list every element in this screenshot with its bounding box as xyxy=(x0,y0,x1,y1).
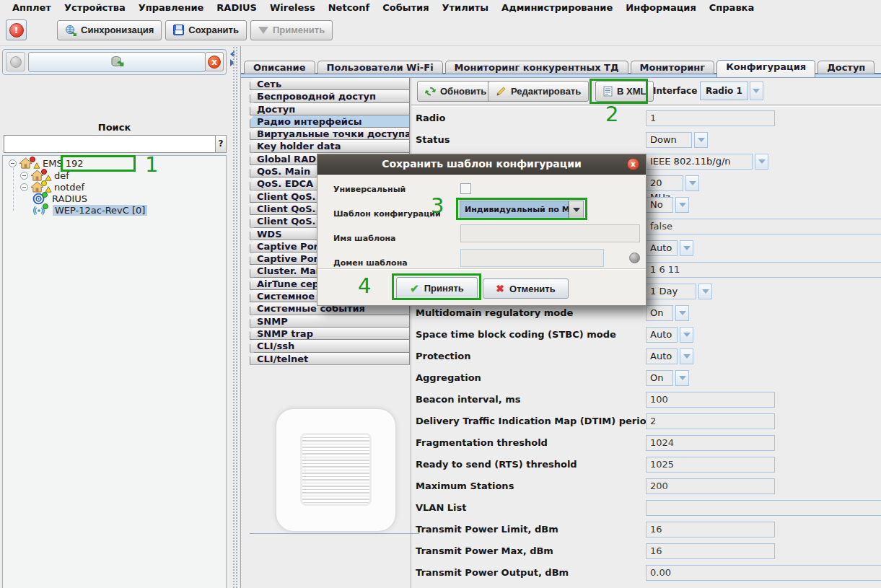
interface-select[interactable]: Radio 1 xyxy=(700,82,763,100)
alarm-button[interactable]: ! xyxy=(6,19,27,40)
nav-network[interactable]: Сеть xyxy=(250,77,410,90)
interface-value: Radio 1 xyxy=(700,82,748,100)
tree-node-radius[interactable]: RADIUS xyxy=(32,193,87,205)
menu-events[interactable]: События xyxy=(376,1,435,14)
wide-field[interactable]: false xyxy=(646,219,881,234)
device-photo xyxy=(276,409,395,531)
menu-utilities[interactable]: Утилиты xyxy=(436,1,496,14)
chevron-down-icon[interactable] xyxy=(680,327,693,343)
refresh-button[interactable]: Обновить xyxy=(417,81,494,102)
panel-splitter[interactable] xyxy=(229,46,240,588)
nav-cli-telnet[interactable]: CLI/telnet xyxy=(250,352,410,365)
menu-help[interactable]: Справка xyxy=(703,1,761,14)
nav-virtual-access-points[interactable]: Виртуальные точки доступа xyxy=(250,127,410,140)
tree-back-button[interactable] xyxy=(6,52,25,71)
menu-devices[interactable]: Устройства xyxy=(58,1,132,14)
tx-limit-field[interactable]: 16 xyxy=(646,522,775,537)
annotation-number-2: 2 xyxy=(605,104,618,125)
apply-button[interactable]: Применить xyxy=(250,20,333,40)
tree-refresh-button[interactable] xyxy=(28,52,206,72)
device-tree-panel: x Поиск ? EMS 192 xyxy=(0,46,229,588)
chevron-down-icon[interactable] xyxy=(675,305,689,321)
field-label: VLAN List xyxy=(416,500,467,516)
nav-snmp-trap[interactable]: SNMP trap xyxy=(250,327,410,340)
cross-icon: ✖ xyxy=(496,283,504,294)
radio-field[interactable]: 1 xyxy=(646,110,775,126)
menu-wireless[interactable]: Wireless xyxy=(263,1,322,14)
chevron-down-icon[interactable] xyxy=(675,370,689,386)
search-help-button[interactable]: ? xyxy=(215,135,227,153)
protection-select[interactable]: Auto xyxy=(646,348,693,364)
edit-button[interactable]: Редактировать xyxy=(488,81,589,102)
tx-max-field[interactable]: 16 xyxy=(646,543,775,559)
save-button[interactable]: Сохранить xyxy=(165,20,247,40)
database-sync-icon xyxy=(110,56,124,69)
chevron-down-icon[interactable] xyxy=(675,197,689,213)
status-select[interactable]: Down xyxy=(646,132,708,148)
splitter-grip[interactable] xyxy=(232,46,239,588)
tab-wifi-users[interactable]: Пользователи Wi-Fi xyxy=(317,61,443,74)
rts-field[interactable]: 1025 xyxy=(646,457,775,473)
max-stations-field[interactable]: 200 xyxy=(646,478,775,494)
menu-applet[interactable]: Апплет xyxy=(6,1,58,14)
main-panel: Описание Пользователи Wi-Fi Мониторинг к… xyxy=(240,46,881,588)
search-input[interactable] xyxy=(4,135,216,153)
tab-monitoring[interactable]: Мониторинг xyxy=(631,61,715,74)
combo-value: Auto xyxy=(646,348,678,364)
fragmentation-field[interactable]: 1024 xyxy=(646,435,775,451)
mode-select[interactable]: IEEE 802.11b/g/n xyxy=(646,154,768,170)
menu-netconf[interactable]: Netconf xyxy=(322,1,376,14)
dialog-titlebar[interactable]: Сохранить шаблон конфигурации x xyxy=(317,154,646,175)
expand-handle-icon[interactable] xyxy=(20,183,28,191)
chevron-down-icon[interactable] xyxy=(755,154,768,170)
expand-handle-icon[interactable] xyxy=(9,159,17,167)
dialog-separator xyxy=(317,268,646,270)
menu-radius[interactable]: RADIUS xyxy=(210,1,263,14)
no-select[interactable]: No xyxy=(646,197,689,213)
chevron-down-icon[interactable] xyxy=(750,82,763,100)
chevron-down-icon[interactable] xyxy=(680,348,693,364)
chevron-down-icon[interactable] xyxy=(685,175,699,191)
tx-output-field[interactable]: 0.00 xyxy=(646,565,881,581)
domain-picker-icon[interactable] xyxy=(629,253,640,263)
menu-administration[interactable]: Администрирование xyxy=(495,1,619,14)
period-select[interactable]: 1 Day xyxy=(646,284,712,299)
nav-access[interactable]: Доступ xyxy=(250,102,410,115)
tree-node-wep[interactable]: WEP-12ac-RevC [0] xyxy=(32,204,147,216)
tree-node-label: notdef xyxy=(54,182,84,193)
beacon-field[interactable]: 100 xyxy=(646,392,775,408)
tree-close-button[interactable]: x xyxy=(205,52,224,71)
tab-configuration[interactable]: Конфигурация xyxy=(716,60,815,77)
dialog-close-button[interactable]: x xyxy=(627,158,639,170)
wide-field[interactable]: 1 6 11 xyxy=(646,262,881,278)
universal-checkbox[interactable] xyxy=(460,183,471,194)
nav-key-holder-data[interactable]: Key holder data xyxy=(250,139,410,152)
nav-snmp[interactable]: SNMP xyxy=(250,315,410,328)
multidomain-select[interactable]: On xyxy=(646,305,689,321)
bandwidth-select[interactable]: 20 MHz xyxy=(646,175,699,191)
auto-select[interactable]: Auto xyxy=(646,240,693,256)
tab-description[interactable]: Описание xyxy=(244,61,315,74)
dtim-field[interactable]: 2 xyxy=(646,413,775,429)
aggregation-select[interactable]: On xyxy=(646,370,689,386)
nav-wireless-access[interactable]: Беспроводной доступ xyxy=(250,89,410,102)
menu-management[interactable]: Управление xyxy=(132,1,211,14)
nav-radio-interfaces[interactable]: Радио интерфейсы xyxy=(250,115,410,128)
expand-handle-icon[interactable] xyxy=(20,172,28,180)
tab-rogue-ap-monitoring[interactable]: Мониторинг конкурентных ТД xyxy=(445,61,628,74)
sync-button[interactable]: Синхронизация xyxy=(57,20,162,40)
menu-information[interactable]: Информация xyxy=(619,1,703,14)
chevron-down-icon[interactable] xyxy=(680,240,693,256)
chevron-down-icon[interactable] xyxy=(698,284,712,299)
annotation-number-1: 1 xyxy=(145,154,158,175)
template-domain-input[interactable] xyxy=(460,249,604,267)
template-name-input[interactable] xyxy=(460,224,640,242)
tree-node-notdef[interactable]: notdef xyxy=(20,181,84,193)
tab-access[interactable]: Доступ xyxy=(818,61,875,74)
cancel-button[interactable]: ✖ Отменить xyxy=(483,278,569,299)
vlan-field[interactable] xyxy=(646,500,881,516)
nav-cli-ssh[interactable]: CLI/ssh xyxy=(250,339,410,352)
chevron-down-icon[interactable] xyxy=(694,132,708,148)
field-label: Transmit Power Output, dBm xyxy=(416,565,569,581)
stbc-select[interactable]: Auto xyxy=(646,327,693,343)
